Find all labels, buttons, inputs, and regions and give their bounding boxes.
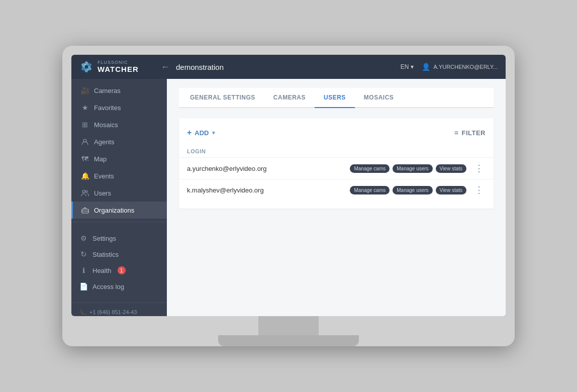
user-email-1: a.yurchenko@erlyvideo.org	[187, 165, 344, 172]
logo: flussonic WATCHER	[79, 60, 155, 74]
sidebar-item-cameras[interactable]: 🎥 Cameras	[71, 82, 167, 99]
sidebar-label-agents: Agents	[94, 138, 114, 146]
topbar-right: EN ▾ 👤 A.YURCHENKO@ERLY...	[401, 63, 498, 71]
stand-base	[218, 335, 359, 346]
access-log-icon: 📄	[79, 282, 87, 290]
filter-button[interactable]: ≡ FILTER	[454, 129, 486, 137]
sidebar-item-favorites[interactable]: ★ Favorites	[71, 99, 167, 116]
sidebar: 🎥 Cameras ★ Favorites ⊞ Mosaics	[71, 79, 167, 316]
user-email-2: k.malyshev@erlyvideo.org	[187, 186, 344, 194]
filter-icon: ≡	[454, 129, 459, 137]
back-button[interactable]: ←	[161, 62, 170, 72]
sidebar-item-access-log[interactable]: 📄 Access log	[79, 278, 159, 295]
tab-mosaics[interactable]: MOSAICS	[355, 88, 403, 108]
sidebar-item-settings[interactable]: ⚙ Settings	[79, 230, 159, 246]
badge-view-stats-1: View stats	[436, 164, 466, 173]
tab-cameras[interactable]: CAMERAS	[264, 88, 315, 108]
sidebar-label-access-log: Access log	[92, 283, 124, 290]
table-row: a.yurchenko@erlyvideo.org Manage cams Ma…	[179, 158, 494, 179]
phone-icon: 📞	[79, 308, 86, 316]
main-area: 🎥 Cameras ★ Favorites ⊞ Mosaics	[71, 79, 506, 316]
users-icon	[81, 189, 89, 197]
sidebar-item-users[interactable]: Users	[71, 184, 167, 202]
flussonic-logo-icon	[79, 60, 93, 74]
user-avatar-icon: 👤	[422, 63, 430, 71]
tab-general-settings[interactable]: GENERAL SETTINGS	[181, 88, 264, 108]
settings-icon: ⚙	[79, 234, 87, 242]
sidebar-item-organizations[interactable]: Organizations	[71, 202, 167, 219]
login-column-header: LOGIN	[187, 148, 206, 154]
statistics-icon: ↻	[79, 250, 87, 258]
row-menu-button-1[interactable]: ⋮	[472, 164, 486, 173]
sidebar-label-organizations: Organizations	[94, 207, 134, 214]
camera-icon: 🎥	[81, 86, 89, 94]
phone-item: 📞 +1 (646) 851-24-43	[79, 308, 159, 316]
content-area: GENERAL SETTINGS CAMERAS USERS MOSAICS +…	[167, 79, 506, 316]
health-badge: 1	[118, 266, 126, 274]
phone-number: +1 (646) 851-24-43	[89, 308, 137, 316]
sidebar-item-events[interactable]: 🔔 Events	[71, 167, 167, 184]
logo-watcher-text: WATCHER	[98, 65, 139, 74]
badge-view-stats-2: View stats	[436, 186, 466, 194]
sidebar-item-health[interactable]: ℹ Health 1	[79, 262, 159, 278]
topbar: flussonic WATCHER ← demonstration EN ▾ 👤…	[71, 55, 506, 79]
table-row: k.malyshev@erlyvideo.org Manage cams Man…	[179, 179, 494, 201]
table-header: LOGIN	[179, 145, 494, 158]
health-icon: ℹ	[79, 266, 87, 274]
topbar-title: demonstration	[176, 63, 401, 71]
bell-icon: 🔔	[81, 172, 89, 180]
filter-label: FILTER	[461, 129, 486, 137]
svg-point-10	[85, 190, 87, 192]
grid-icon: ⊞	[81, 121, 89, 129]
stand-neck	[258, 316, 319, 335]
agent-icon	[81, 138, 89, 146]
add-button[interactable]: + ADD ▾	[187, 126, 215, 139]
plus-icon: +	[187, 128, 191, 137]
sidebar-label-health: Health	[92, 267, 112, 274]
sidebar-divider	[71, 222, 167, 222]
sidebar-label-cameras: Cameras	[94, 87, 121, 94]
tab-users[interactable]: USERS	[315, 88, 355, 108]
sidebar-item-mosaics[interactable]: ⊞ Mosaics	[71, 116, 167, 133]
badge-manage-users-2: Manage users	[393, 186, 432, 194]
tabs-bar: GENERAL SETTINGS CAMERAS USERS MOSAICS	[179, 88, 494, 108]
sidebar-nav: 🎥 Cameras ★ Favorites ⊞ Mosaics	[71, 82, 167, 225]
language-selector[interactable]: EN ▾	[401, 63, 414, 70]
briefcase-icon	[81, 206, 89, 214]
badge-manage-cams-1: Manage cams	[350, 164, 390, 173]
svg-point-7	[85, 65, 88, 69]
add-label: ADD	[195, 129, 209, 137]
user-badges-1: Manage cams Manage users View stats	[350, 164, 466, 173]
sidebar-label-settings: Settings	[92, 235, 116, 242]
star-icon: ★	[81, 104, 89, 112]
sidebar-item-agents[interactable]: Agents	[71, 133, 167, 150]
sidebar-label-users: Users	[94, 189, 111, 197]
sidebar-item-map[interactable]: 🗺 Map	[71, 150, 167, 167]
svg-point-9	[82, 190, 85, 193]
sidebar-bottom-section: ⚙ Settings ↻ Statistics ℹ Health 1	[71, 225, 167, 303]
chevron-down-icon: ▾	[212, 130, 215, 136]
user-email-topbar: A.YURCHENKO@ERLY...	[433, 64, 498, 70]
user-badges-2: Manage cams Manage users View stats	[350, 186, 466, 194]
map-icon: 🗺	[81, 155, 89, 163]
sidebar-footer: 📞 +1 (646) 851-24-43 Powered by Erlyvide…	[71, 303, 167, 316]
sidebar-label-map: Map	[94, 155, 107, 163]
toolbar: + ADD ▾ ≡ FILTER	[179, 126, 494, 145]
user-menu[interactable]: 👤 A.YURCHENKO@ERLY...	[422, 63, 498, 71]
monitor-stand	[71, 316, 506, 346]
badge-manage-cams-2: Manage cams	[350, 186, 390, 194]
sidebar-label-favorites: Favorites	[94, 104, 121, 112]
sidebar-item-statistics[interactable]: ↻ Statistics	[79, 246, 159, 262]
sidebar-label-statistics: Statistics	[92, 251, 119, 258]
users-panel: + ADD ▾ ≡ FILTER LOGIN	[179, 118, 494, 209]
badge-manage-users-1: Manage users	[393, 164, 432, 173]
row-menu-button-2[interactable]: ⋮	[472, 185, 486, 194]
sidebar-label-mosaics: Mosaics	[94, 121, 118, 129]
sidebar-label-events: Events	[94, 172, 114, 180]
